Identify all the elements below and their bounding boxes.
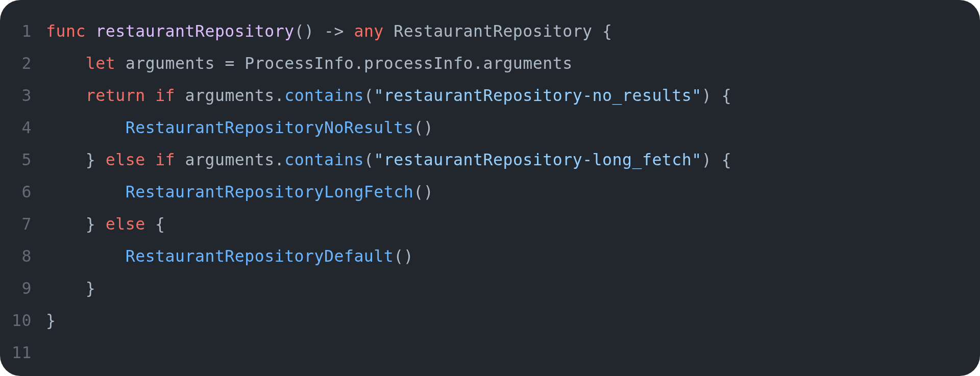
- code-line: 1func restaurantRepository() -> any Rest…: [0, 15, 980, 47]
- code-content: return if arguments.contains("restaurant…: [46, 80, 731, 112]
- token-str: "restaurantRepository-no_results": [374, 86, 701, 105]
- token-kw: any: [354, 22, 383, 40]
- token-def: (): [413, 183, 433, 201]
- token-def: (): [413, 118, 433, 137]
- token-call: contains: [284, 151, 364, 169]
- token-def: }: [86, 279, 95, 297]
- token-kw: if: [155, 86, 175, 105]
- code-line: 6 RestaurantRepositoryLongFetch(): [0, 176, 980, 208]
- token-def: () ->: [295, 22, 354, 40]
- code-line: 2 let arguments = ProcessInfo.processInf…: [0, 47, 980, 80]
- token-def: [145, 86, 155, 105]
- code-line: 3 return if arguments.contains("restaura…: [0, 80, 980, 112]
- token-fn: restaurantRepository: [95, 22, 294, 40]
- token-kw: return: [86, 86, 145, 105]
- token-kw: else: [106, 215, 145, 233]
- line-number: 5: [0, 144, 46, 176]
- code-line: 7 } else {: [0, 208, 980, 240]
- indent: [46, 151, 86, 169]
- token-def: arguments = ProcessInfo.processInfo.argu…: [115, 54, 572, 72]
- token-str: "restaurantRepository-long_fetch": [374, 151, 701, 169]
- token-def: arguments.: [175, 151, 284, 169]
- indent: [46, 215, 86, 233]
- token-kw: else: [106, 151, 145, 169]
- code-line: 8 RestaurantRepositoryDefault(): [0, 240, 980, 272]
- token-def: (): [394, 247, 413, 265]
- token-def: (: [364, 86, 374, 105]
- line-number: 1: [0, 15, 46, 47]
- code-line: 4 RestaurantRepositoryNoResults(): [0, 112, 980, 144]
- code-content: }: [46, 305, 56, 337]
- token-def: {: [145, 215, 165, 233]
- token-call: RestaurantRepositoryNoResults: [126, 118, 413, 137]
- line-number: 6: [0, 176, 46, 208]
- token-def: ) {: [702, 151, 731, 169]
- token-call: RestaurantRepositoryDefault: [126, 247, 394, 265]
- code-line: 9 }: [0, 272, 980, 305]
- code-content: RestaurantRepositoryNoResults(): [46, 112, 433, 144]
- code-content: RestaurantRepositoryDefault(): [46, 240, 413, 272]
- code-content: } else {: [46, 208, 165, 240]
- indent: [46, 183, 126, 201]
- token-def: }: [86, 215, 106, 233]
- line-number: 3: [0, 80, 46, 112]
- indent: [46, 279, 86, 297]
- token-kw: if: [155, 151, 175, 169]
- indent: [46, 118, 126, 137]
- token-def: }: [86, 151, 106, 169]
- token-def: ) {: [702, 86, 731, 105]
- line-number: 11: [0, 337, 46, 369]
- code-content: func restaurantRepository() -> any Resta…: [46, 15, 612, 47]
- token-def: [145, 151, 155, 169]
- token-call: RestaurantRepositoryLongFetch: [126, 183, 413, 201]
- line-number: 8: [0, 240, 46, 272]
- indent: [46, 54, 86, 72]
- line-number: 9: [0, 272, 46, 305]
- token-def: RestaurantRepository {: [384, 22, 612, 40]
- token-def: [86, 22, 95, 40]
- token-def: }: [46, 311, 56, 330]
- code-content: }: [46, 272, 95, 305]
- code-content: RestaurantRepositoryLongFetch(): [46, 176, 433, 208]
- code-content: let arguments = ProcessInfo.processInfo.…: [46, 47, 573, 80]
- line-number: 4: [0, 112, 46, 144]
- token-def: arguments.: [175, 86, 284, 105]
- code-block: 1func restaurantRepository() -> any Rest…: [0, 0, 980, 376]
- token-call: contains: [284, 86, 364, 105]
- token-def: (: [364, 151, 374, 169]
- token-kw: func: [46, 22, 86, 40]
- indent: [46, 86, 86, 105]
- line-number: 10: [0, 305, 46, 337]
- token-kw: let: [86, 54, 115, 72]
- code-line: 11: [0, 337, 980, 369]
- line-number: 2: [0, 47, 46, 80]
- line-number: 7: [0, 208, 46, 240]
- code-line: 5 } else if arguments.contains("restaura…: [0, 144, 980, 176]
- code-line: 10}: [0, 305, 980, 337]
- indent: [46, 247, 126, 265]
- code-content: } else if arguments.contains("restaurant…: [46, 144, 731, 176]
